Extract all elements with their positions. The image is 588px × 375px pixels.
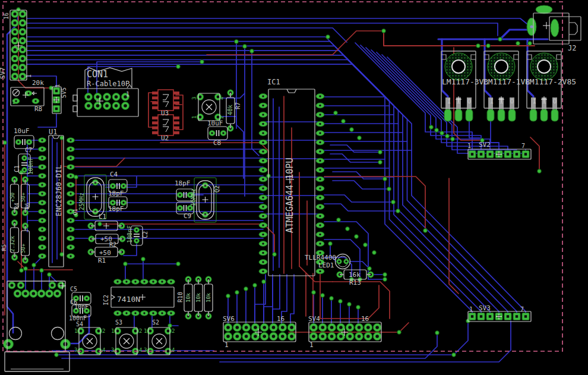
pad-hole <box>262 141 264 143</box>
pad-hole <box>41 237 43 239</box>
via <box>40 269 44 273</box>
pad-hole <box>530 26 533 29</box>
component-label: O <box>553 98 557 105</box>
pad-hole <box>179 194 181 196</box>
pad-hole <box>21 66 24 69</box>
pad-hole <box>69 166 71 168</box>
component-label: LM1117-3V3 <box>442 77 488 86</box>
component-vr3[interactable] <box>530 53 558 121</box>
component-label: 3 <box>25 90 28 96</box>
via <box>528 42 532 46</box>
pad-hole <box>50 283 53 286</box>
pad-hole <box>179 207 181 209</box>
via <box>328 242 333 246</box>
trace-top <box>449 178 459 294</box>
pad-hole <box>96 95 100 99</box>
trace-bottom <box>125 264 178 279</box>
component-u3[interactable] <box>152 90 179 111</box>
pad-hole <box>262 169 264 171</box>
component-label: O <box>510 98 514 105</box>
pad-hole <box>358 326 361 329</box>
pad-hole <box>319 169 321 171</box>
pad-hole <box>263 335 266 338</box>
via <box>378 160 382 165</box>
via <box>244 287 248 291</box>
pad-hole <box>32 292 36 295</box>
component-c7[interactable] <box>15 140 32 145</box>
pad-hole <box>122 201 124 203</box>
smd-pad <box>152 96 158 99</box>
pad-hole <box>13 57 16 60</box>
pad-hole <box>124 104 127 108</box>
component-j2[interactable] <box>527 5 559 37</box>
via <box>516 42 520 46</box>
pad-hole <box>115 104 118 108</box>
component-vr2[interactable] <box>487 53 516 121</box>
pad-hole <box>112 201 113 203</box>
pad-hole <box>339 326 343 329</box>
component-label: 40k <box>227 105 233 115</box>
component-label: 10uF <box>207 119 223 127</box>
via <box>440 131 444 135</box>
component-label: SV2 <box>479 141 491 149</box>
pad-hole <box>262 215 264 217</box>
pad-hole <box>69 246 71 248</box>
component-vr1[interactable] <box>444 53 473 121</box>
pad-hole <box>69 184 71 185</box>
via <box>253 283 257 288</box>
trace-bottom <box>491 121 499 143</box>
pad-hole <box>41 210 43 212</box>
component-label: SV5 <box>61 87 67 98</box>
pad-hole <box>115 95 118 99</box>
component-label: 20k <box>32 79 44 87</box>
pad-hole <box>339 335 343 338</box>
leg-pad <box>487 109 494 121</box>
via <box>262 280 266 284</box>
component-c8[interactable] <box>209 131 226 136</box>
smd-pad <box>173 121 179 124</box>
component-c2[interactable] <box>134 228 140 244</box>
pad-hole <box>13 12 16 15</box>
pad-hole <box>87 104 90 108</box>
pad-hole <box>21 75 24 78</box>
component-led1[interactable] <box>336 254 350 269</box>
component-label: 1 <box>225 341 229 349</box>
via <box>476 44 480 48</box>
component-c4[interactable] <box>110 184 127 189</box>
component-label: 3 <box>191 97 197 100</box>
pad-hole <box>40 292 43 295</box>
via <box>337 218 341 222</box>
pad-hole <box>319 123 321 125</box>
component-s1[interactable] <box>197 93 221 120</box>
component-label: J2 <box>568 44 576 52</box>
component-label: 3 <box>74 347 77 353</box>
tab-hole <box>495 60 508 73</box>
leg-pad <box>508 109 516 121</box>
via <box>391 200 396 204</box>
via <box>200 60 204 64</box>
via <box>350 128 354 132</box>
component-c1[interactable] <box>22 156 27 173</box>
pad-hole <box>112 185 113 187</box>
via <box>235 40 239 44</box>
via <box>452 353 456 357</box>
pad-hole <box>226 326 230 329</box>
pad-hole <box>17 141 19 143</box>
component-con1[interactable] <box>85 93 129 110</box>
pad-hole <box>41 193 43 194</box>
silk-line <box>163 127 169 132</box>
component-u2[interactable] <box>152 115 179 135</box>
pad-hole <box>167 330 170 333</box>
component-label: 10nF <box>74 304 88 310</box>
pcb-layout-canvas[interactable]: SV716120kR813SV5110uFC7C1100nFU1ENC28J60… <box>0 0 588 375</box>
component-label: ⊥ <box>542 98 546 105</box>
via <box>346 227 350 231</box>
pad-hole <box>319 206 321 207</box>
pad-hole <box>262 114 264 115</box>
pad-hole <box>312 335 315 338</box>
component-label: C1 <box>14 165 20 172</box>
tab-hole <box>452 60 465 73</box>
via <box>32 263 36 267</box>
component-label: 16MHz <box>190 188 197 206</box>
silk-line <box>111 295 115 300</box>
